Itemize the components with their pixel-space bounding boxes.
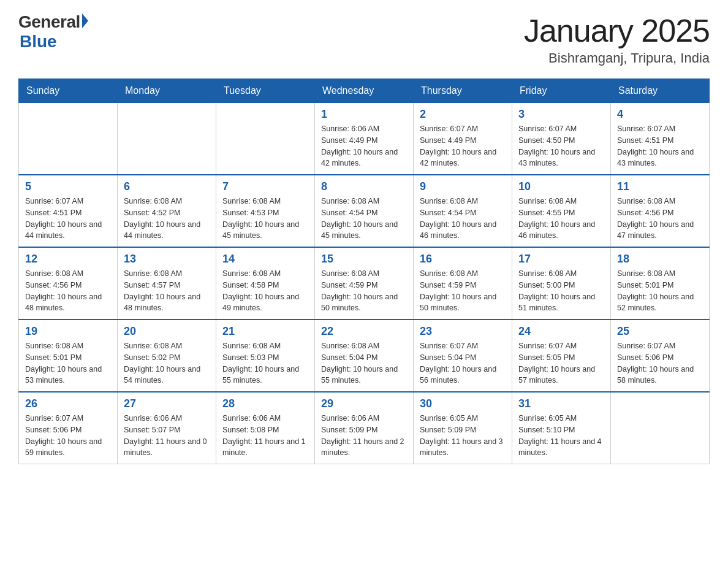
week-row-2: 5Sunrise: 6:07 AM Sunset: 4:51 PM Daylig… xyxy=(19,175,710,247)
day-number: 18 xyxy=(617,253,703,266)
calendar-cell: 4Sunrise: 6:07 AM Sunset: 4:51 PM Daylig… xyxy=(611,103,710,175)
day-info: Sunrise: 6:08 AM Sunset: 4:59 PM Dayligh… xyxy=(420,268,506,314)
day-info: Sunrise: 6:08 AM Sunset: 5:01 PM Dayligh… xyxy=(617,268,703,314)
day-info: Sunrise: 6:08 AM Sunset: 4:58 PM Dayligh… xyxy=(222,268,308,314)
calendar-cell: 3Sunrise: 6:07 AM Sunset: 4:50 PM Daylig… xyxy=(512,103,611,175)
day-number: 23 xyxy=(420,325,506,338)
day-number: 21 xyxy=(222,325,308,338)
calendar-header-wednesday: Wednesday xyxy=(315,79,414,103)
day-info: Sunrise: 6:07 AM Sunset: 4:51 PM Dayligh… xyxy=(617,123,703,169)
day-number: 9 xyxy=(420,180,506,193)
calendar-cell: 23Sunrise: 6:07 AM Sunset: 5:04 PM Dayli… xyxy=(414,320,512,392)
day-number: 28 xyxy=(222,397,308,410)
day-info: Sunrise: 6:05 AM Sunset: 5:09 PM Dayligh… xyxy=(420,413,506,459)
day-info: Sunrise: 6:08 AM Sunset: 4:55 PM Dayligh… xyxy=(518,196,604,242)
month-title: January 2025 xyxy=(524,12,710,49)
logo-blue-text: Blue xyxy=(20,32,57,52)
day-info: Sunrise: 6:06 AM Sunset: 4:49 PM Dayligh… xyxy=(321,123,407,169)
day-number: 11 xyxy=(617,180,703,193)
calendar-cell: 2Sunrise: 6:07 AM Sunset: 4:49 PM Daylig… xyxy=(414,103,512,175)
day-info: Sunrise: 6:07 AM Sunset: 5:06 PM Dayligh… xyxy=(25,413,111,459)
day-number: 4 xyxy=(617,108,703,121)
location: Bishramganj, Tripura, India xyxy=(524,50,710,66)
day-info: Sunrise: 6:08 AM Sunset: 4:57 PM Dayligh… xyxy=(124,268,210,314)
day-info: Sunrise: 6:07 AM Sunset: 4:51 PM Dayligh… xyxy=(25,196,111,242)
calendar-cell: 1Sunrise: 6:06 AM Sunset: 4:49 PM Daylig… xyxy=(315,103,414,175)
calendar-cell: 18Sunrise: 6:08 AM Sunset: 5:01 PM Dayli… xyxy=(611,247,710,320)
calendar-header-saturday: Saturday xyxy=(611,79,710,103)
calendar-cell: 26Sunrise: 6:07 AM Sunset: 5:06 PM Dayli… xyxy=(19,392,118,464)
logo-arrow-icon xyxy=(82,13,88,28)
calendar-cell xyxy=(611,392,710,464)
day-info: Sunrise: 6:07 AM Sunset: 5:05 PM Dayligh… xyxy=(518,340,604,386)
calendar-cell: 16Sunrise: 6:08 AM Sunset: 4:59 PM Dayli… xyxy=(414,247,512,320)
day-number: 20 xyxy=(124,325,210,338)
calendar-cell: 7Sunrise: 6:08 AM Sunset: 4:53 PM Daylig… xyxy=(216,175,315,247)
calendar-cell xyxy=(216,103,315,175)
day-info: Sunrise: 6:06 AM Sunset: 5:09 PM Dayligh… xyxy=(321,413,407,459)
day-info: Sunrise: 6:08 AM Sunset: 5:04 PM Dayligh… xyxy=(321,340,407,386)
calendar-header-thursday: Thursday xyxy=(414,79,512,103)
calendar-table: SundayMondayTuesdayWednesdayThursdayFrid… xyxy=(18,79,710,464)
calendar-cell: 14Sunrise: 6:08 AM Sunset: 4:58 PM Dayli… xyxy=(216,247,315,320)
title-area: January 2025 Bishramganj, Tripura, India xyxy=(524,12,710,66)
day-number: 25 xyxy=(617,325,703,338)
day-info: Sunrise: 6:08 AM Sunset: 4:56 PM Dayligh… xyxy=(25,268,111,314)
calendar-cell: 25Sunrise: 6:07 AM Sunset: 5:06 PM Dayli… xyxy=(611,320,710,392)
day-number: 27 xyxy=(124,397,210,410)
day-number: 30 xyxy=(420,397,506,410)
calendar-cell xyxy=(118,103,216,175)
week-row-4: 19Sunrise: 6:08 AM Sunset: 5:01 PM Dayli… xyxy=(19,320,710,392)
day-number: 5 xyxy=(25,180,111,193)
calendar-cell: 21Sunrise: 6:08 AM Sunset: 5:03 PM Dayli… xyxy=(216,320,315,392)
day-number: 3 xyxy=(518,108,604,121)
day-number: 10 xyxy=(518,180,604,193)
calendar-cell: 28Sunrise: 6:06 AM Sunset: 5:08 PM Dayli… xyxy=(216,392,315,464)
calendar-cell: 20Sunrise: 6:08 AM Sunset: 5:02 PM Dayli… xyxy=(118,320,216,392)
calendar-cell: 6Sunrise: 6:08 AM Sunset: 4:52 PM Daylig… xyxy=(118,175,216,247)
day-number: 24 xyxy=(518,325,604,338)
page-header: General Blue January 2025 Bishramganj, T… xyxy=(18,12,710,66)
calendar-cell: 29Sunrise: 6:06 AM Sunset: 5:09 PM Dayli… xyxy=(315,392,414,464)
day-number: 16 xyxy=(420,253,506,266)
day-info: Sunrise: 6:07 AM Sunset: 4:50 PM Dayligh… xyxy=(518,123,604,169)
day-info: Sunrise: 6:08 AM Sunset: 4:52 PM Dayligh… xyxy=(124,196,210,242)
day-number: 6 xyxy=(124,180,210,193)
calendar-cell: 31Sunrise: 6:05 AM Sunset: 5:10 PM Dayli… xyxy=(512,392,611,464)
day-info: Sunrise: 6:07 AM Sunset: 5:04 PM Dayligh… xyxy=(420,340,506,386)
day-info: Sunrise: 6:08 AM Sunset: 4:53 PM Dayligh… xyxy=(222,196,308,242)
calendar-cell: 11Sunrise: 6:08 AM Sunset: 4:56 PM Dayli… xyxy=(611,175,710,247)
calendar-cell: 15Sunrise: 6:08 AM Sunset: 4:59 PM Dayli… xyxy=(315,247,414,320)
week-row-5: 26Sunrise: 6:07 AM Sunset: 5:06 PM Dayli… xyxy=(19,392,710,464)
day-info: Sunrise: 6:08 AM Sunset: 5:02 PM Dayligh… xyxy=(124,340,210,386)
calendar-cell: 24Sunrise: 6:07 AM Sunset: 5:05 PM Dayli… xyxy=(512,320,611,392)
day-number: 29 xyxy=(321,397,407,410)
calendar-header-tuesday: Tuesday xyxy=(216,79,315,103)
calendar-cell: 12Sunrise: 6:08 AM Sunset: 4:56 PM Dayli… xyxy=(19,247,118,320)
week-row-1: 1Sunrise: 6:06 AM Sunset: 4:49 PM Daylig… xyxy=(19,103,710,175)
day-info: Sunrise: 6:08 AM Sunset: 5:03 PM Dayligh… xyxy=(222,340,308,386)
day-info: Sunrise: 6:08 AM Sunset: 5:01 PM Dayligh… xyxy=(25,340,111,386)
day-number: 7 xyxy=(222,180,308,193)
calendar-cell: 13Sunrise: 6:08 AM Sunset: 4:57 PM Dayli… xyxy=(118,247,216,320)
calendar-cell: 27Sunrise: 6:06 AM Sunset: 5:07 PM Dayli… xyxy=(118,392,216,464)
calendar-cell: 30Sunrise: 6:05 AM Sunset: 5:09 PM Dayli… xyxy=(414,392,512,464)
day-info: Sunrise: 6:05 AM Sunset: 5:10 PM Dayligh… xyxy=(518,413,604,459)
day-number: 31 xyxy=(518,397,604,410)
day-info: Sunrise: 6:07 AM Sunset: 5:06 PM Dayligh… xyxy=(617,340,703,386)
calendar-header-row: SundayMondayTuesdayWednesdayThursdayFrid… xyxy=(19,79,710,103)
calendar-cell: 10Sunrise: 6:08 AM Sunset: 4:55 PM Dayli… xyxy=(512,175,611,247)
logo-general-text: General xyxy=(18,12,80,32)
day-number: 8 xyxy=(321,180,407,193)
day-number: 22 xyxy=(321,325,407,338)
day-info: Sunrise: 6:08 AM Sunset: 4:56 PM Dayligh… xyxy=(617,196,703,242)
day-number: 1 xyxy=(321,108,407,121)
calendar-cell: 17Sunrise: 6:08 AM Sunset: 5:00 PM Dayli… xyxy=(512,247,611,320)
calendar-cell xyxy=(19,103,118,175)
day-number: 19 xyxy=(25,325,111,338)
day-info: Sunrise: 6:06 AM Sunset: 5:07 PM Dayligh… xyxy=(124,413,210,459)
calendar-header-sunday: Sunday xyxy=(19,79,118,103)
calendar-cell: 8Sunrise: 6:08 AM Sunset: 4:54 PM Daylig… xyxy=(315,175,414,247)
day-number: 13 xyxy=(124,253,210,266)
calendar-cell: 9Sunrise: 6:08 AM Sunset: 4:54 PM Daylig… xyxy=(414,175,512,247)
